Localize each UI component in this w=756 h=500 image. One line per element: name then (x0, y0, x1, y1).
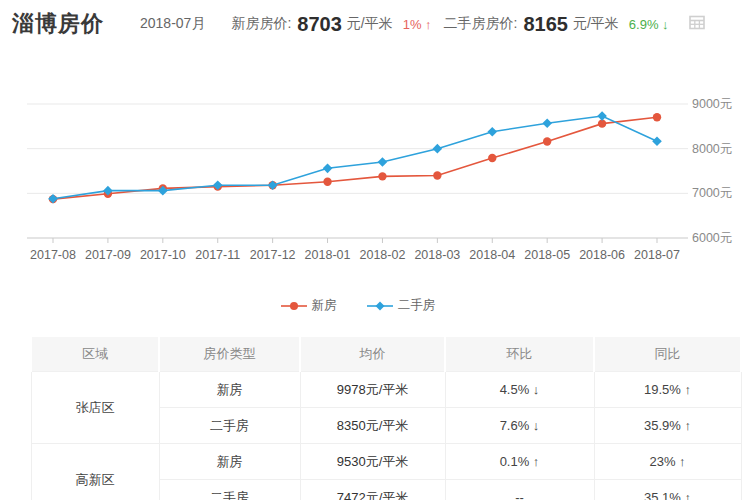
diamond-marker-icon (367, 300, 393, 312)
chart-point (653, 113, 661, 121)
x-axis-label: 2017-08 (22, 248, 84, 262)
chart-point (433, 144, 443, 154)
new-house-change: 1% ↑ (403, 17, 432, 32)
type-cell: 新房 (159, 444, 300, 480)
chart-point (378, 172, 386, 180)
mom-change-cell: -- (445, 480, 594, 500)
x-axis-label: 2018-03 (406, 248, 468, 262)
chart-point (542, 118, 552, 128)
secondhand-unit: 元/平米 (573, 15, 619, 33)
chart-point (268, 180, 278, 190)
chart-point (323, 164, 333, 174)
x-axis-label: 2018-07 (626, 248, 688, 262)
x-axis-label: 2017-11 (187, 248, 249, 262)
page-title: 淄博房价 (12, 9, 104, 39)
legend-item-新房[interactable]: 新房 (281, 297, 337, 314)
chart-point (323, 178, 331, 186)
y-axis-label: 6000元 (692, 230, 744, 247)
avg-price-cell: 8350元/平米 (300, 408, 445, 444)
type-cell: 二手房 (159, 408, 300, 444)
region-cell: 张店区 (31, 372, 159, 444)
chart-point (543, 137, 551, 145)
report-month: 2018-07月 (140, 15, 205, 33)
secondhand-change: 6.9% ↓ (629, 17, 669, 32)
new-house-stat: 新房房价: 8703 元/平米 1% ↑ (231, 13, 431, 36)
table-column-header: 房价类型 (159, 337, 300, 372)
zibo-housing-price-page: 淄博房价 2018-07月 新房房价: 8703 元/平米 1% ↑ 二手房房价… (0, 0, 756, 500)
chart-point (378, 157, 388, 167)
mom-change-cell: 4.5% ↓ (445, 372, 594, 408)
chart-canvas (0, 95, 756, 270)
legend-label: 二手房 (398, 297, 436, 314)
chart-point (487, 127, 497, 137)
chart-point (597, 111, 607, 121)
type-cell: 新房 (159, 372, 300, 408)
table-column-header: 均价 (300, 337, 445, 372)
page-header: 淄博房价 2018-07月 新房房价: 8703 元/平米 1% ↑ 二手房房价… (12, 0, 706, 48)
yoy-change-cell: 19.5% ↑ (594, 372, 741, 408)
table-column-header: 同比 (594, 337, 741, 372)
avg-price-cell: 7472元/平米 (300, 480, 445, 500)
x-axis-label: 2018-02 (351, 248, 413, 262)
avg-price-cell: 9978元/平米 (300, 372, 445, 408)
table-body: 张店区新房9978元/平米4.5% ↓19.5% ↑二手房8350元/平米7.6… (31, 372, 741, 500)
region-cell: 高新区 (31, 444, 159, 500)
x-axis-label: 2017-10 (132, 248, 194, 262)
chart-legend: 新房二手房 (0, 297, 716, 314)
chart-line-新房 (53, 117, 657, 199)
table-header-row: 区域房价类型均价环比同比 (31, 337, 741, 372)
chart-point (652, 136, 662, 146)
avg-price-cell: 9530元/平米 (300, 444, 445, 480)
y-axis-label: 7000元 (692, 185, 744, 202)
y-axis-label: 9000元 (692, 96, 744, 113)
chart-point (433, 171, 441, 179)
calendar-grid-icon[interactable] (689, 15, 706, 34)
y-axis-label: 8000元 (692, 141, 744, 158)
new-house-unit: 元/平米 (347, 15, 393, 33)
table-column-header: 区域 (31, 337, 159, 372)
yoy-change-cell: 35.9% ↑ (594, 408, 741, 444)
table-column-header: 环比 (445, 337, 594, 372)
table-row: 张店区新房9978元/平米4.5% ↓19.5% ↑ (31, 372, 741, 408)
legend-item-二手房[interactable]: 二手房 (367, 297, 436, 314)
x-axis-label: 2018-01 (297, 248, 359, 262)
x-axis-label: 2017-12 (242, 248, 304, 262)
district-price-table: 区域房价类型均价环比同比 张店区新房9978元/平米4.5% ↓19.5% ↑二… (30, 337, 742, 500)
price-trend-chart (0, 95, 756, 270)
x-axis-label: 2018-06 (571, 248, 633, 262)
x-axis-label: 2017-09 (77, 248, 139, 262)
yoy-change-cell: 35.1% ↑ (594, 480, 741, 500)
chart-point (488, 154, 496, 162)
new-house-label: 新房房价: (231, 15, 291, 33)
x-axis-label: 2018-04 (461, 248, 523, 262)
table-row: 高新区新房9530元/平米0.1% ↑23% ↑ (31, 444, 741, 480)
legend-label: 新房 (312, 297, 337, 314)
x-axis-label: 2018-05 (516, 248, 578, 262)
circle-marker-icon (281, 300, 307, 312)
secondhand-price: 8165 (523, 13, 568, 36)
type-cell: 二手房 (159, 480, 300, 500)
secondhand-house-stat: 二手房房价: 8165 元/平米 6.9% ↓ (444, 13, 669, 36)
secondhand-label: 二手房房价: (444, 15, 518, 33)
yoy-change-cell: 23% ↑ (594, 444, 741, 480)
mom-change-cell: 0.1% ↑ (445, 444, 594, 480)
mom-change-cell: 7.6% ↓ (445, 408, 594, 444)
chart-line-二手房 (53, 116, 657, 199)
chart-point (48, 194, 58, 204)
new-house-price: 8703 (297, 13, 342, 36)
